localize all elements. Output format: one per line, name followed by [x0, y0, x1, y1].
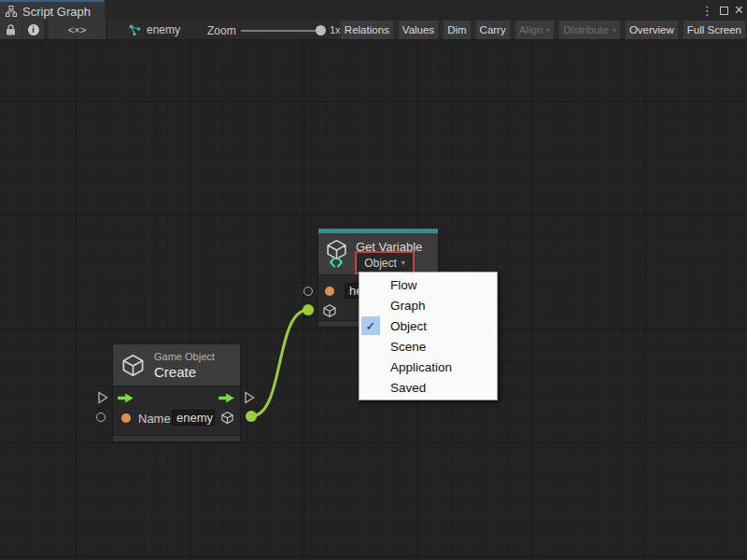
menu-item-flow[interactable]: Flow: [359, 274, 497, 295]
flow-input-arrow-icon[interactable]: [118, 392, 134, 404]
toolbar-separator-2: [106, 21, 107, 39]
code-icon: <×>: [68, 24, 86, 35]
create-node-footer: [113, 435, 240, 441]
menu-item-graph[interactable]: Graph: [359, 295, 497, 315]
values-button[interactable]: Values: [399, 21, 438, 39]
menu-item-application[interactable]: Application: [359, 357, 497, 377]
carry-button[interactable]: Carry: [476, 21, 510, 39]
variable-angle-brackets-icon: [329, 257, 344, 268]
edge-endpoint-dot: [303, 304, 314, 315]
info-icon: i: [28, 24, 39, 35]
window-controls: ⋮ ×: [701, 0, 743, 21]
menu-item-saved[interactable]: Saved: [359, 377, 497, 398]
graph-icon: [6, 6, 17, 17]
name-input-field[interactable]: enemy: [172, 410, 215, 426]
distribute-button[interactable]: Distribute▾: [559, 21, 620, 39]
chevron-down-icon: ▾: [546, 26, 550, 35]
check-icon: ✓: [361, 316, 380, 335]
zoom-value: 1x: [330, 24, 341, 35]
name-port-dot[interactable]: [121, 413, 131, 423]
tab-script-graph[interactable]: Script Graph: [0, 0, 105, 21]
zoom-label: Zoom: [207, 24, 236, 37]
create-name-input-port[interactable]: [96, 413, 106, 422]
graph-name: enemy: [147, 23, 180, 36]
close-icon[interactable]: ×: [735, 3, 743, 18]
overview-button[interactable]: Overview: [626, 21, 678, 39]
menu-item-object[interactable]: ✓ Object: [359, 315, 497, 336]
create-node[interactable]: Game Object Create Name enemy: [112, 343, 241, 442]
code-view-button[interactable]: <×>: [49, 21, 106, 39]
create-flow-output-port[interactable]: [244, 391, 255, 404]
align-button[interactable]: Align▾: [515, 21, 555, 39]
lock-icon: [6, 24, 16, 35]
getvar-name-input-port[interactable]: [303, 287, 313, 296]
tab-label: Script Graph: [22, 5, 91, 19]
script-graph-icon: [129, 24, 141, 36]
fullscreen-button[interactable]: Full Screen: [684, 21, 745, 39]
graph-breadcrumb[interactable]: enemy: [129, 21, 180, 39]
get-variable-title: Get Variable: [356, 240, 422, 254]
tab-bar: Script Graph ⋮ ×: [0, 0, 747, 21]
create-node-category: Game Object: [154, 351, 215, 362]
flow-output-arrow-icon[interactable]: [218, 392, 235, 404]
graph-canvas[interactable]: Game Object Create Name enemy: [0, 40, 747, 560]
relations-button[interactable]: Relations: [341, 21, 393, 39]
dim-button[interactable]: Dim: [444, 21, 470, 39]
create-node-body: Name enemy: [113, 385, 240, 435]
create-flow-input-port[interactable]: [97, 391, 108, 404]
variable-kind-dropdown[interactable]: Object▾: [357, 253, 413, 273]
window-menu-icon[interactable]: ⋮: [701, 5, 713, 17]
info-button[interactable]: i: [22, 21, 45, 39]
edge-endpoint-dot: [246, 411, 257, 422]
toolbar-buttons: Relations Values Dim Carry Align▾ Distri…: [341, 21, 745, 40]
create-node-header: Game Object Create: [113, 344, 240, 385]
chevron-down-icon: ▾: [613, 26, 616, 35]
toolbar: i <×> enemy Zoom 1x Relations Values Dim…: [0, 21, 747, 40]
chevron-down-icon: ▾: [402, 259, 405, 267]
create-node-title: Create: [154, 364, 215, 380]
variable-name-port-dot[interactable]: [325, 287, 334, 296]
menu-item-scene[interactable]: Scene: [359, 336, 497, 357]
gameobject-output-cube-icon[interactable]: [220, 411, 234, 425]
script-graph-window: Script Graph ⋮ × i <×>: [0, 0, 747, 560]
maximize-icon[interactable]: [720, 7, 728, 15]
cube-icon: [120, 353, 146, 378]
zoom-slider-knob[interactable]: [316, 25, 326, 35]
variable-kind-menu: Flow Graph ✓ Object Scene Application Sa…: [359, 272, 498, 400]
lock-button[interactable]: [0, 21, 22, 39]
zoom-slider[interactable]: [241, 30, 320, 32]
variable-value-cube-icon[interactable]: [322, 303, 337, 318]
get-variable-header: Get Variable Object▾: [318, 233, 438, 274]
name-port-label: Name: [138, 412, 171, 426]
